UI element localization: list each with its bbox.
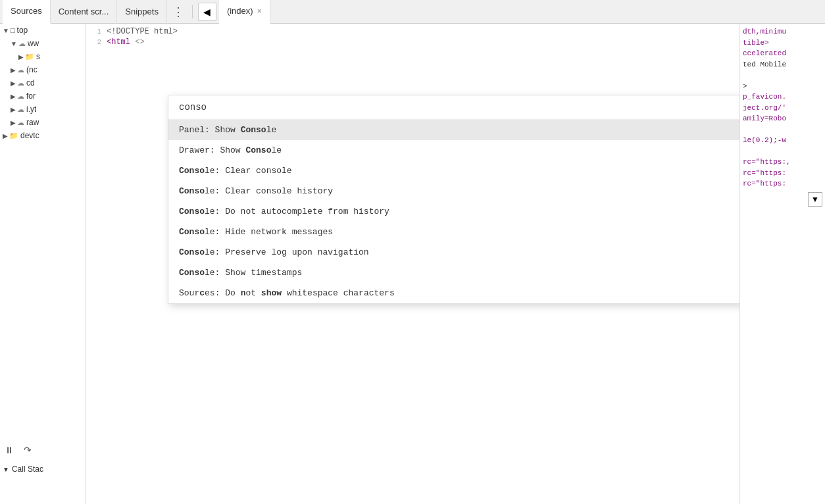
arrow-s: ▶	[18, 53, 24, 61]
autocomplete-item-4-text: Console: Do not autocomplete from histor…	[179, 207, 739, 216]
tree-item-top[interactable]: ▼ □ top	[0, 24, 85, 37]
more-tabs-button[interactable]: ⋮	[167, 5, 189, 19]
arrow-for: ▶	[11, 93, 16, 100]
sidebar-controls: ⏸ ↷	[0, 440, 85, 461]
folder-icon-s: 📁	[25, 53, 34, 61]
tab-index-label: (index)	[227, 6, 253, 16]
autocomplete-item-7-text: Console: Show timestamps	[179, 268, 739, 278]
sidebar: ▼ □ top ▼ ☁ ww ▶ 📁 s ▶ ☁ (nc ▶ ☁ cd ▶ ☁ …	[0, 24, 86, 504]
code-line-2: 2 <html <>	[86, 37, 739, 47]
call-stack-header[interactable]: ▼ Call Stac	[0, 461, 85, 478]
line-num-2: 2	[86, 38, 107, 46]
arrow-devtc: ▶	[3, 132, 8, 139]
call-stack-label: Call Stac	[12, 465, 43, 474]
tree-label-devtc: devtc	[20, 131, 39, 140]
arrow-ww: ▼	[11, 40, 17, 47]
tree-label-ww: ww	[28, 39, 39, 48]
cloud-icon-ww: ☁	[18, 39, 26, 48]
autocomplete-item-5[interactable]: Console: Hide network messages	[168, 222, 739, 242]
code-view: 1 <!DOCTYPE html> 2 <html <>	[86, 24, 739, 50]
line-num-1: 1	[86, 28, 107, 36]
tree-item-s[interactable]: ▶ 📁 s	[0, 50, 85, 63]
autocomplete-item-8[interactable]: Sources: Do not show whitespace characte…	[168, 283, 739, 303]
tree-item-devtc[interactable]: ▶ 📁 devtc	[0, 129, 85, 142]
right-panel-text: dth,minimu tible> ccelerated ted Mobile …	[743, 26, 822, 189]
autocomplete-item-7[interactable]: Console: Show timestamps	[168, 263, 739, 283]
arrow-cd: ▶	[11, 80, 16, 87]
autocomplete-item-8-text: Sources: Do not show whitespace characte…	[179, 288, 739, 298]
arrow-top: ▼	[3, 27, 9, 34]
tree-label-raw: raw	[26, 118, 39, 127]
cloud-icon-nc: ☁	[17, 66, 24, 74]
tab-content-scr-label: Content scr...	[59, 7, 109, 16]
cloud-icon-raw: ☁	[17, 118, 24, 127]
tree-label-iyt: i.yt	[26, 105, 36, 114]
tab-index[interactable]: (index) ×	[219, 0, 270, 24]
tree-label-nc: (nc	[26, 65, 38, 74]
close-tab-icon[interactable]: ×	[257, 7, 262, 16]
autocomplete-item-6[interactable]: Console: Preserve log upon navigation	[168, 242, 739, 263]
tree-item-for[interactable]: ▶ ☁ for	[0, 89, 85, 103]
autocomplete-item-4[interactable]: Console: Do not autocomplete from histor…	[168, 201, 739, 222]
tab-bar: Sources Content scr... Snippets ⋮ ◀ (ind…	[0, 0, 825, 24]
tab-separator	[192, 5, 193, 18]
autocomplete-item-1[interactable]: Drawer: Show Console	[168, 140, 739, 161]
call-stack-content	[0, 478, 85, 504]
tree-label-top: top	[17, 26, 28, 35]
arrow-raw: ▶	[11, 119, 16, 126]
editor-area: 1 <!DOCTYPE html> 2 <html <> conso Panel…	[86, 24, 739, 504]
arrow-iyt: ▶	[11, 106, 16, 113]
tree-item-raw[interactable]: ▶ ☁ raw	[0, 116, 85, 129]
tree-item-nc[interactable]: ▶ ☁ (nc	[0, 63, 85, 76]
main-layout: ▼ □ top ▼ ☁ ww ▶ 📁 s ▶ ☁ (nc ▶ ☁ cd ▶ ☁ …	[0, 24, 825, 504]
step-over-button[interactable]: ↷	[21, 443, 34, 457]
tree-item-iyt[interactable]: ▶ ☁ i.yt	[0, 103, 85, 116]
call-stack-arrow: ▼	[3, 466, 9, 473]
autocomplete-item-2[interactable]: Console: Clear console Ctrl L	[168, 161, 739, 181]
autocomplete-item-6-text: Console: Preserve log upon navigation	[179, 247, 739, 257]
line-content-2: <html <>	[107, 38, 145, 47]
line-content-1: <!DOCTYPE html>	[107, 27, 178, 36]
tab-content-scr[interactable]: Content scr...	[51, 0, 118, 24]
autocomplete-item-0[interactable]: Panel: Show Console	[168, 120, 739, 140]
folder-icon-devtc: 📁	[9, 132, 18, 140]
page-icon: □	[11, 26, 15, 34]
autocomplete-item-3-text: Console: Clear console history	[179, 186, 739, 196]
right-panel: dth,minimu tible> ccelerated ted Mobile …	[739, 24, 825, 504]
autocomplete-item-2-text: Console: Clear console	[179, 166, 739, 176]
arrow-nc: ▶	[11, 66, 16, 74]
tab-sources[interactable]: Sources	[3, 0, 51, 24]
cloud-icon-iyt: ☁	[17, 105, 24, 114]
tree-label-for: for	[26, 91, 36, 101]
code-line-1: 1 <!DOCTYPE html>	[86, 26, 739, 37]
autocomplete-input[interactable]: conso	[168, 95, 739, 120]
tab-snippets[interactable]: Snippets	[117, 0, 167, 24]
panel-toggle-button[interactable]: ◀	[198, 3, 216, 21]
tab-snippets-label: Snippets	[125, 7, 159, 16]
autocomplete-item-3[interactable]: Console: Clear console history	[168, 181, 739, 201]
autocomplete-item-1-text: Drawer: Show Console	[179, 145, 739, 155]
tree-label-s: s	[36, 52, 40, 61]
cloud-icon-cd: ☁	[17, 79, 24, 88]
autocomplete-dropdown: conso Panel: Show Console Drawer: Show C…	[168, 95, 739, 304]
autocomplete-item-5-text: Console: Hide network messages	[179, 227, 739, 237]
tree-item-cd[interactable]: ▶ ☁ cd	[0, 76, 85, 89]
tab-sources-label: Sources	[11, 6, 42, 16]
tree-item-ww[interactable]: ▼ ☁ ww	[0, 37, 85, 50]
autocomplete-item-0-text: Panel: Show Console	[179, 125, 739, 135]
tree-label-cd: cd	[26, 78, 35, 88]
cloud-icon-for: ☁	[17, 92, 24, 101]
scroll-bottom-button[interactable]: ▼	[808, 192, 822, 207]
pause-button[interactable]: ⏸	[3, 443, 16, 457]
